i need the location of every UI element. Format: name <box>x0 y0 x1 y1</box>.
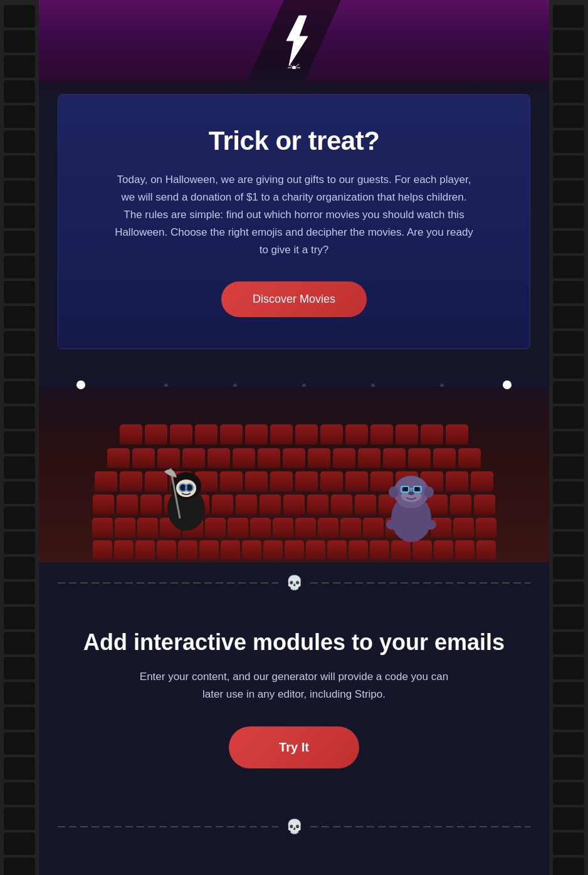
seat-back <box>170 424 192 438</box>
seat-back <box>345 424 368 438</box>
seat <box>242 540 261 560</box>
seat-row <box>39 424 549 444</box>
seat-back <box>471 471 493 485</box>
seat-bottom <box>220 484 243 491</box>
film-hole <box>553 532 584 554</box>
film-hole <box>4 431 35 454</box>
seat <box>333 448 355 468</box>
seat-back <box>270 424 293 438</box>
seat <box>358 448 381 468</box>
seat-back <box>306 540 325 554</box>
seat-back <box>233 448 255 462</box>
try-it-button[interactable]: Try It <box>229 726 359 768</box>
seat <box>273 518 293 538</box>
seat-back <box>157 448 180 462</box>
divider-line-left <box>58 582 278 584</box>
seat-back <box>474 495 495 508</box>
seat <box>285 540 304 560</box>
seat-bottom <box>115 530 135 538</box>
seat <box>370 424 393 444</box>
seat-bottom <box>307 507 328 515</box>
seat-back <box>220 471 243 485</box>
seat <box>117 495 138 515</box>
seat-row <box>39 540 549 560</box>
seat-bottom <box>474 507 495 515</box>
film-hole <box>4 30 35 53</box>
film-hole <box>553 105 584 128</box>
film-hole <box>553 181 584 203</box>
seat-back <box>245 471 268 485</box>
seat <box>446 471 468 491</box>
film-hole <box>553 356 584 379</box>
seat-bottom <box>434 553 453 560</box>
bottom-title: Add interactive modules to your emails <box>76 629 512 656</box>
seat-bottom <box>220 437 243 444</box>
seat <box>471 471 493 491</box>
curtain-left <box>39 0 284 81</box>
film-hole <box>4 657 35 679</box>
film-hole <box>4 105 35 128</box>
film-hole <box>4 406 35 429</box>
seat-bottom <box>120 437 142 444</box>
seat <box>132 448 155 468</box>
seat-back <box>220 424 243 438</box>
seat-bottom <box>421 437 443 444</box>
seat <box>120 424 142 444</box>
seat <box>476 540 496 560</box>
seat-back <box>199 540 219 554</box>
seat <box>396 424 418 444</box>
film-hole <box>553 80 584 103</box>
seat <box>345 471 368 491</box>
seat-back <box>307 495 328 508</box>
seat-bottom <box>450 507 471 515</box>
film-hole <box>553 757 584 780</box>
seat <box>220 424 243 444</box>
seat-bottom <box>137 530 158 538</box>
seat <box>320 424 343 444</box>
seat-back <box>195 424 218 438</box>
seat-bottom <box>455 553 475 560</box>
film-hole <box>4 807 35 830</box>
seat-back <box>295 518 316 532</box>
seat-back <box>178 540 197 554</box>
seat-bottom <box>117 507 138 515</box>
seat-bottom <box>120 484 142 491</box>
seat-row <box>39 495 549 515</box>
seat <box>228 518 248 538</box>
seat <box>236 495 257 515</box>
film-hole <box>553 206 584 228</box>
seat-bottom <box>285 553 304 560</box>
seat-back <box>270 471 293 485</box>
seat-back <box>446 471 468 485</box>
seat-bottom <box>93 507 114 515</box>
seat-row <box>39 471 549 491</box>
film-hole <box>4 331 35 354</box>
seat-bottom <box>446 484 468 491</box>
film-hole <box>4 281 35 303</box>
seat-back <box>433 448 456 462</box>
film-hole <box>4 55 35 78</box>
seat-back <box>135 540 155 554</box>
seat-back <box>221 540 240 554</box>
seat <box>458 448 481 468</box>
svg-point-0 <box>292 66 296 69</box>
seat <box>115 518 135 538</box>
seat <box>95 471 117 491</box>
seat <box>318 518 339 538</box>
seat <box>93 540 112 560</box>
film-hole <box>553 682 584 705</box>
discover-movies-button[interactable]: Discover Movies <box>221 281 367 317</box>
film-hole <box>553 632 584 654</box>
film-hole <box>4 782 35 805</box>
film-hole <box>553 55 584 78</box>
seat-back <box>285 540 304 554</box>
film-hole <box>553 30 584 53</box>
bottom-body: Enter your content, and our generator wi… <box>131 668 457 703</box>
seat <box>233 448 255 468</box>
seat <box>260 495 281 515</box>
seat-back <box>370 424 393 438</box>
seat-bottom <box>349 553 368 560</box>
seat-row <box>39 518 549 538</box>
seat <box>349 540 368 560</box>
bottom-divider-line-right <box>310 826 531 827</box>
